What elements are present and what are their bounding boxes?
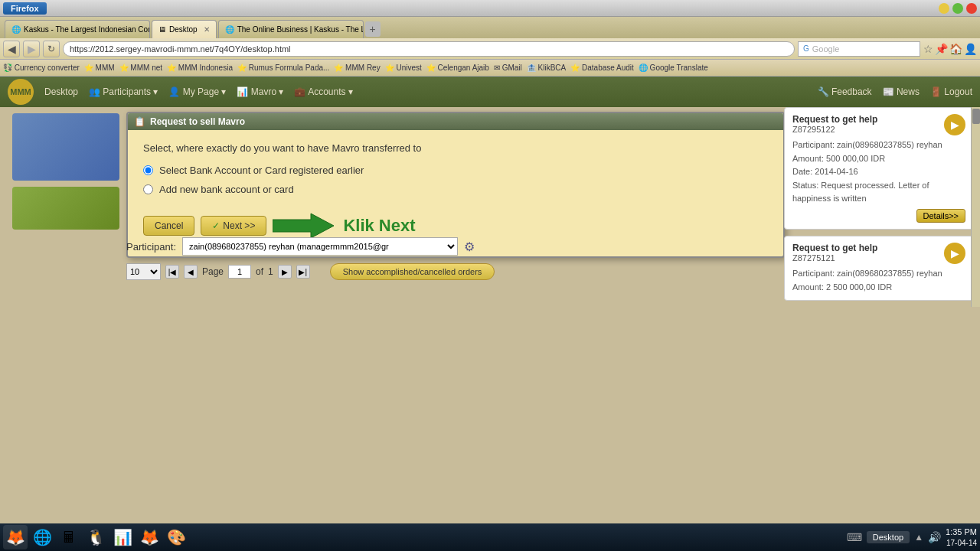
taskbar-icon-chrome[interactable]: 🌐 xyxy=(30,525,54,549)
bookmark-currency[interactable]: 💱 Currency converter xyxy=(3,64,80,72)
taskbar-icon-calc[interactable]: 🖩 xyxy=(57,525,81,549)
prev-page-button[interactable]: ◀ xyxy=(184,265,198,279)
nav-feedback[interactable]: 🔧 Feedback xyxy=(818,86,872,97)
of-label: of xyxy=(256,266,263,277)
minimize-button[interactable] xyxy=(939,3,949,14)
tab-online-business[interactable]: 🌐 The Online Business | Kaskus - The La.… xyxy=(218,20,364,38)
bookmark-icon[interactable]: 📌 xyxy=(935,43,948,55)
radio-select-bank[interactable]: Select Bank Account or Card registered e… xyxy=(143,165,768,176)
taskbar-icon-linux[interactable]: 🐧 xyxy=(83,525,108,549)
next-page-button[interactable]: ▶ xyxy=(278,265,292,279)
bookmark-database-audit[interactable]: ⭐ Database Audit xyxy=(570,64,634,72)
card2-participant: Participant: zain(089680237855) reyhan xyxy=(792,267,965,281)
nav-logout[interactable]: 🚪 Logout xyxy=(930,86,972,97)
user-icon[interactable]: 👤 xyxy=(964,43,977,55)
card1-arrow-button[interactable]: ▶ xyxy=(944,114,965,135)
tab-label-3: The Online Business | Kaskus - The La... xyxy=(237,25,364,34)
modal-titlebar: 📋 Request to sell Mavro xyxy=(128,113,783,130)
card1-id: Z87295122 xyxy=(792,125,877,134)
reload-button[interactable]: ↻ xyxy=(43,41,60,57)
system-tray: ⌨ Desktop ▲ 🔊 1:35 PM 17-04-14 xyxy=(847,527,977,547)
taskbar-icon-spreadsheet[interactable]: 📊 xyxy=(110,525,135,549)
request-card-1: Request to get help Z87295122 ▶ Particip… xyxy=(784,107,974,230)
desktop-label[interactable]: Desktop xyxy=(867,531,910,543)
tab-favicon: 🌐 xyxy=(11,25,21,34)
bookmark-gmail[interactable]: ✉ GMail xyxy=(494,64,522,72)
bookmark-mmm-rey[interactable]: ⭐ MMM Rey xyxy=(334,64,380,72)
tab-desktop[interactable]: 🖥 Desktop ✕ xyxy=(152,20,217,38)
bookmark-univest[interactable]: ⭐ Univest xyxy=(385,64,422,72)
tab-label-desktop: Desktop xyxy=(169,25,198,34)
tab-close-icon-2[interactable]: ✕ xyxy=(204,25,210,34)
bookmark-klikbca[interactable]: 🏦 KlikBCA xyxy=(527,64,566,72)
search-engine-icon: G xyxy=(803,44,809,53)
last-page-button[interactable]: ▶| xyxy=(296,265,310,279)
back-button[interactable]: ◀ xyxy=(3,41,20,57)
url-bar[interactable]: https://2012.sergey-mavrodi-mmm.net/7q4O… xyxy=(63,41,795,57)
nav-desktop[interactable]: Desktop xyxy=(44,86,78,97)
first-page-button[interactable]: |◀ xyxy=(165,265,179,279)
participant-select[interactable]: zain(089680237855) reyhan (managermmm201… xyxy=(182,237,458,256)
radio-add-bank[interactable]: Add new bank account or card xyxy=(143,184,768,195)
taskbar-icon-browser[interactable]: 🦊 xyxy=(137,525,162,549)
nav-participants[interactable]: 👥 Participants ▾ xyxy=(89,86,158,97)
card2-title: Request to get help xyxy=(792,243,877,253)
taskbar: 🦊 🌐 🖩 🐧 📊 🦊 🎨 ⌨ Desktop ▲ 🔊 1:35 PM 17-0… xyxy=(0,523,980,551)
close-button[interactable] xyxy=(966,3,977,14)
clock-time: 1:35 PM xyxy=(946,527,977,537)
klik-next-text: Klik Next xyxy=(343,216,415,236)
clock: 1:35 PM 17-04-14 xyxy=(946,527,977,547)
nav-icons: ☆ 📌 🏠 👤 xyxy=(923,43,977,55)
left-block-blue xyxy=(12,113,119,181)
card1-details-button[interactable]: Details>> xyxy=(916,209,965,223)
request-card-2: Request to get help Z87275121 ▶ Particip… xyxy=(784,236,974,301)
nav-mypage[interactable]: 👤 My Page ▾ xyxy=(168,86,226,97)
speaker-icon[interactable]: 🔊 xyxy=(928,531,941,543)
tab-kaskus[interactable]: 🌐 Kaskus - The Largest Indonesian Com...… xyxy=(5,20,150,38)
bookmark-mmm-indonesia[interactable]: ⭐ MMM Indonesia xyxy=(167,64,233,72)
show-accomplished-button[interactable]: Show accomplished/cancelled orders xyxy=(330,263,495,280)
site-logo[interactable]: MMM xyxy=(8,79,34,105)
expand-icon[interactable]: ▲ xyxy=(914,532,923,543)
modal-dialog: 📋 Request to sell Mavro Select, where ex… xyxy=(126,112,785,258)
search-placeholder: Google xyxy=(812,44,839,54)
home-icon[interactable]: 🏠 xyxy=(949,43,962,55)
bookmark-mmm[interactable]: ⭐ MMM xyxy=(84,64,115,72)
new-tab-button[interactable]: + xyxy=(365,21,381,37)
forward-button[interactable]: ▶ xyxy=(23,41,40,57)
star-icon[interactable]: ☆ xyxy=(923,43,933,55)
bookmark-google-translate[interactable]: 🌐 Google Translate xyxy=(639,64,708,72)
radio-add-bank-input[interactable] xyxy=(143,184,153,194)
radio-select-bank-input[interactable] xyxy=(143,165,153,175)
card1-amount: Amount: 500 000,00 IDR xyxy=(792,152,965,166)
nav-mavro[interactable]: 📊 Mavro ▾ xyxy=(237,86,283,97)
card2-id: Z87275121 xyxy=(792,253,877,262)
bookmark-mmm-net[interactable]: ⭐ MMM net xyxy=(119,64,162,72)
radio-select-bank-label: Select Bank Account or Card registered e… xyxy=(159,165,364,176)
url-text: https://2012.sergey-mavrodi-mmm.net/7q4O… xyxy=(70,44,291,54)
site-header: MMM Desktop 👥 Participants ▾ 👤 My Page ▾… xyxy=(0,77,980,107)
scroll-bar[interactable] xyxy=(971,107,980,307)
nav-accounts[interactable]: 💼 Accounts ▾ xyxy=(294,86,352,97)
nav-news[interactable]: 📰 News xyxy=(883,86,920,97)
maximize-button[interactable] xyxy=(952,3,963,14)
cancel-button[interactable]: Cancel xyxy=(143,216,194,236)
firefox-button[interactable]: Firefox xyxy=(3,2,47,15)
tab-favicon-desktop: 🖥 xyxy=(158,25,166,34)
left-block-green xyxy=(12,187,119,230)
page-input[interactable] xyxy=(228,265,251,279)
modal-instruction: Select, where exactly do you want to hav… xyxy=(143,142,768,154)
card1-date: Date: 2014-04-16 xyxy=(792,165,965,179)
green-arrow-icon xyxy=(273,210,334,241)
search-bar[interactable]: G Google xyxy=(798,41,920,57)
right-panel: Request to get help Z87295122 ▶ Particip… xyxy=(784,107,974,307)
taskbar-icon-paint[interactable]: 🎨 xyxy=(164,525,188,549)
taskbar-icon-firefox[interactable]: 🦊 xyxy=(3,525,28,549)
bookmark-rumus[interactable]: ⭐ Rumus Formula Pada... xyxy=(237,64,329,72)
card2-arrow-button[interactable]: ▶ xyxy=(944,243,965,264)
bookmark-celengan[interactable]: ⭐ Celengan Ajaib xyxy=(426,64,489,72)
next-button[interactable]: ✓ Next >> xyxy=(201,216,266,236)
page-size-select[interactable]: 10 xyxy=(126,263,161,280)
card1-status: Status: Request processed. Letter of hap… xyxy=(792,179,965,206)
refresh-icon[interactable]: ⚙ xyxy=(464,240,475,254)
